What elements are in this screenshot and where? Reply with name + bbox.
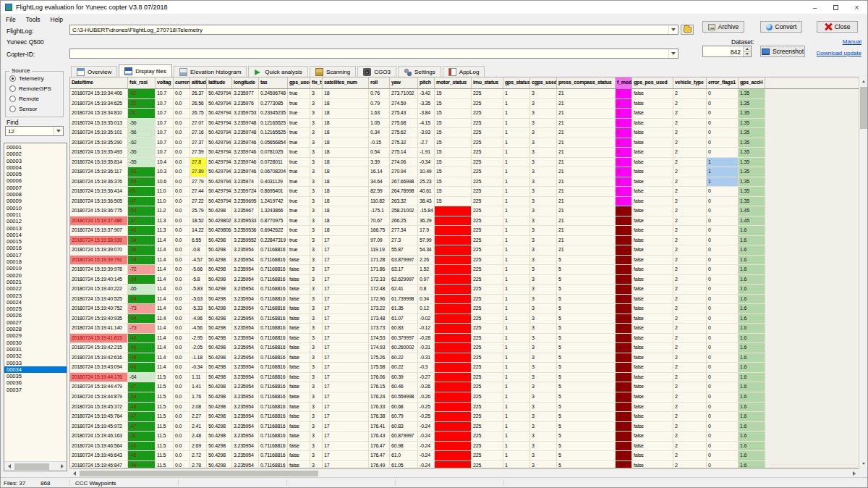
table-cell[interactable]: 63.879997 — [390, 256, 418, 266]
table-cell[interactable]: 277.34 — [390, 226, 418, 236]
table-cell[interactable]: 3 — [616, 99, 632, 109]
table-cell[interactable]: 3 — [530, 422, 557, 432]
table-cell[interactable]: 1 — [503, 422, 530, 432]
table-cell[interactable]: -38 — [128, 245, 156, 256]
table-cell[interactable]: 2 — [673, 119, 707, 129]
table-cell[interactable]: 17 — [323, 412, 369, 422]
table-cell[interactable]: 2 — [673, 236, 707, 246]
table-cell[interactable]: 1 — [503, 451, 530, 461]
table-cell[interactable]: 0.71168816 — [259, 334, 288, 344]
table-cell[interactable]: 225 — [472, 382, 503, 392]
table-cell[interactable]: 3.235976 — [232, 99, 259, 109]
table-cell[interactable]: 1 — [503, 432, 530, 442]
table-cell[interactable]: false — [632, 187, 673, 197]
table-row[interactable]: 20180724 15:19:44:879-5411.50.01.7650.42… — [70, 392, 859, 403]
table-cell[interactable]: 2 — [673, 128, 707, 138]
table-cell[interactable]: 225 — [472, 226, 503, 236]
table-cell[interactable]: 0.71168816 — [259, 275, 288, 285]
table-cell[interactable]: false — [632, 167, 673, 177]
table-cell[interactable]: -47 — [128, 382, 156, 392]
table-cell[interactable]: -46 — [128, 363, 156, 373]
table-cell[interactable]: 225 — [472, 422, 503, 432]
file-list-item[interactable]: 00036 — [4, 379, 67, 386]
table-cell[interactable]: 225 — [472, 177, 503, 188]
table-cell[interactable]: 1 — [503, 138, 530, 148]
table-cell[interactable]: 0.0 — [174, 197, 190, 207]
table-cell[interactable]: 18 — [323, 128, 369, 138]
table-cell[interactable]: false — [288, 295, 310, 305]
table-cell[interactable]: 0.34 — [418, 295, 435, 305]
table-cell[interactable]: -1.91 — [418, 148, 435, 158]
maximize-icon[interactable] — [825, 1, 846, 14]
table-cell[interactable]: 15 — [435, 197, 472, 207]
table-cell[interactable]: 0.8695401 — [259, 187, 288, 197]
table-cell[interactable]: -56 — [128, 119, 156, 129]
spin-down-icon[interactable] — [744, 51, 751, 57]
table-cell[interactable]: 0.0 — [174, 138, 190, 148]
file-list-item[interactable]: 00006 — [4, 177, 67, 184]
table-cell[interactable]: -52 — [128, 99, 156, 109]
table-cell[interactable]: 0 — [707, 314, 739, 324]
table-cell[interactable]: 176.33 — [369, 403, 390, 413]
tab-applog[interactable]: AppLog — [443, 66, 485, 77]
table-cell[interactable]: 225 — [472, 148, 503, 158]
table-cell[interactable]: 3 — [530, 432, 557, 442]
table-cell[interactable]: 20180724 15:19:37:486 — [70, 216, 128, 227]
table-cell[interactable]: 50.4298 — [207, 304, 232, 314]
table-cell[interactable]: 0 — [707, 382, 739, 392]
table-cell[interactable]: 27.44 — [190, 187, 207, 197]
table-cell[interactable]: 20180724 15:19:39:070 — [70, 245, 128, 256]
table-cell[interactable]: 3 — [616, 177, 632, 188]
table-cell[interactable]: 1 — [707, 158, 739, 168]
table-cell[interactable]: 3 — [530, 109, 557, 119]
table-cell[interactable]: 1.6 — [739, 275, 765, 285]
table-cell[interactable]: 225 — [472, 451, 503, 461]
table-cell[interactable]: true — [288, 236, 310, 246]
table-cell[interactable]: false — [632, 324, 673, 334]
scrollbar-thumb[interactable] — [80, 471, 318, 476]
table-cell[interactable]: 60.22 — [390, 353, 418, 363]
table-cell[interactable]: 0.71168816 — [259, 412, 288, 422]
table-cell[interactable]: 20180724 15:19:35:013 — [70, 119, 128, 129]
table-cell[interactable]: 17 — [323, 373, 369, 383]
table-cell[interactable]: 11.5 — [156, 403, 174, 413]
table-cell[interactable]: 0.71168816 — [259, 295, 288, 305]
table-cell[interactable]: 3 — [310, 119, 323, 129]
table-cell[interactable]: 0.71168816 — [259, 353, 288, 363]
table-cell[interactable]: 3 — [530, 226, 557, 236]
table-cell[interactable]: 1.35 — [739, 99, 765, 109]
table-cell[interactable]: 1.6 — [739, 295, 765, 305]
table-cell[interactable]: 7 — [435, 403, 472, 413]
table-cell[interactable]: 15 — [435, 167, 472, 177]
table-cell[interactable]: 3 — [310, 158, 323, 168]
file-list-item[interactable]: 00007 — [4, 185, 67, 191]
scroll-left-icon[interactable] — [69, 469, 79, 477]
table-cell[interactable]: 3 — [530, 256, 557, 266]
table-cell[interactable]: 27.79 — [190, 177, 207, 188]
table-cell[interactable]: 0.0 — [174, 256, 190, 266]
table-cell[interactable]: 17.9 — [418, 226, 435, 236]
table-cell[interactable]: false — [632, 236, 673, 246]
table-cell[interactable]: 27.16 — [190, 128, 207, 138]
table-cell[interactable]: 1 — [707, 177, 739, 188]
table-cell[interactable]: 50.429794 — [207, 167, 232, 177]
table-cell[interactable]: 15 — [435, 128, 472, 138]
table-row[interactable]: 20180724 15:19:44:479-4711.50.01.4150.42… — [70, 382, 859, 392]
table-cell[interactable]: false — [632, 314, 673, 324]
table-cell[interactable]: 1.76 — [190, 392, 207, 403]
table-cell[interactable]: 3.39 — [369, 158, 390, 168]
table-cell[interactable]: 3 — [530, 216, 557, 227]
table-cell[interactable]: 1.6 — [739, 236, 765, 246]
table-cell[interactable]: 50.429794 — [207, 89, 232, 99]
table-cell[interactable]: 3 — [530, 461, 557, 468]
table-cell[interactable]: 50.429794 — [207, 197, 232, 207]
table-cell[interactable]: 2.41 — [190, 422, 207, 432]
table-cell[interactable]: 12 — [616, 422, 632, 432]
table-cell[interactable]: 17 — [323, 392, 369, 403]
table-row[interactable]: 20180724 15:19:37:486-4711.30.018.5250.4… — [70, 216, 859, 227]
column-header-fix-typ[interactable]: fix_typ — [310, 77, 323, 88]
table-cell[interactable]: false — [632, 216, 673, 227]
table-cell[interactable]: 176.43 — [369, 432, 390, 442]
table-cell[interactable]: 50.4298 — [207, 461, 232, 468]
table-cell[interactable]: 50.4298 — [207, 343, 232, 353]
